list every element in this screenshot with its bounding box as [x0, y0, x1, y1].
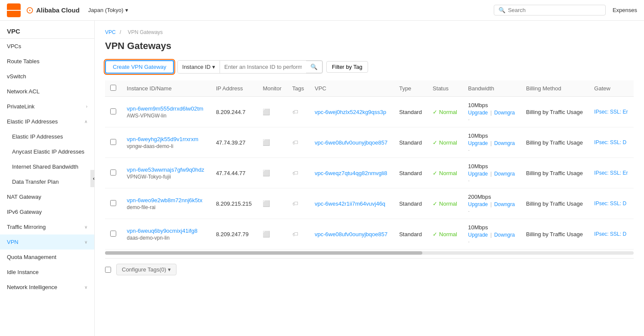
vpc-link[interactable]: vpc-6wej0hzlx5242kg9qss3p	[315, 109, 386, 115]
sidebar-item-network-acl[interactable]: Network ACL	[0, 84, 94, 99]
main-content: VPC / VPN Gateways VPN Gateways Create V…	[95, 21, 644, 336]
select-all-checkbox[interactable]	[110, 85, 116, 91]
downgrade-link[interactable]: Downgra	[494, 110, 515, 116]
tag-icon[interactable]: 🏷	[292, 231, 298, 237]
vpc-cell: vpc-6wes42r1ii7m64vuvj46q	[310, 188, 394, 219]
vpc-link[interactable]: vpc-6we08ufv0ounyjbqoe857	[315, 139, 387, 146]
row-checkbox-0[interactable]	[110, 108, 116, 114]
sidebar-collapse-button[interactable]: ‹	[90, 170, 95, 187]
ip-address-cell: 47.74.44.77	[211, 158, 258, 188]
tag-icon[interactable]: 🏷	[292, 200, 298, 207]
filter-type-selector[interactable]: Instance ID ▾	[178, 61, 220, 73]
global-search-box[interactable]: 🔍	[494, 5, 606, 15]
sidebar-item-traffic-mirroring[interactable]: Traffic Mirroring ∨	[0, 219, 94, 234]
vpc-link[interactable]: vpc-6we08ufv0ounyjbqoe857	[315, 231, 387, 237]
monitor-icon[interactable]: ⬜	[263, 108, 270, 115]
expenses-button[interactable]: Expenses	[613, 7, 637, 13]
ip-address-cell: 8.209.215.215	[211, 188, 258, 219]
downgrade-link[interactable]: Downgra	[494, 232, 515, 238]
downgrade-link[interactable]: Downgra	[494, 171, 515, 177]
vpc-link[interactable]: vpc-6wes42r1ii7m64vuvj46q	[315, 200, 385, 207]
monitor-icon[interactable]: ⬜	[263, 231, 270, 237]
sidebar-title: VPC	[0, 21, 94, 39]
instance-id-link[interactable]: vpn-6wem9m555drrxd6lw02tm	[127, 105, 204, 112]
sidebar-item-vpcs[interactable]: VPCs	[0, 39, 94, 54]
sidebar-item-quota-management[interactable]: Quota Management	[0, 250, 94, 265]
search-icon: 🔍	[310, 64, 318, 70]
row-checkbox-2[interactable]	[110, 170, 116, 176]
col-status: Status	[427, 80, 463, 97]
sidebar-item-label: Traffic Mirroring	[7, 224, 46, 230]
tag-icon[interactable]: 🏷	[292, 170, 298, 176]
logo: ⊙ Alibaba Cloud	[26, 5, 80, 16]
col-instance-id: Instance ID/Name	[122, 80, 211, 97]
upgrade-link[interactable]: Upgrade	[468, 110, 488, 116]
sidebar-item-label: IPv6 Gateway	[7, 209, 42, 215]
filter-input[interactable]	[220, 61, 306, 73]
breadcrumb-vpc-link[interactable]: VPC	[105, 29, 116, 35]
monitor-cell[interactable]: ⬜	[257, 97, 287, 127]
upgrade-link[interactable]: Upgrade	[468, 171, 488, 177]
sidebar-item-label: Idle Instance	[7, 269, 39, 275]
monitor-cell[interactable]: ⬜	[257, 158, 287, 188]
sidebar-item-anycast[interactable]: Anycast Elastic IP Addresses	[0, 144, 94, 159]
sidebar-item-ipv6-gateway[interactable]: IPv6 Gateway	[0, 204, 94, 219]
tags-cell[interactable]: 🏷	[287, 158, 310, 188]
monitor-cell[interactable]: ⬜	[257, 127, 287, 158]
monitor-cell[interactable]: ⬜	[257, 219, 287, 250]
scrollbar-thumb[interactable]	[105, 251, 422, 255]
tags-cell[interactable]: 🏷	[287, 188, 310, 219]
bottom-bar: Configure Tags(0) ▾	[105, 258, 634, 281]
billing-method-cell: Billing by Traffic Usage	[521, 158, 589, 188]
sidebar-item-vswitch[interactable]: vSwitch	[0, 69, 94, 84]
tag-icon[interactable]: 🏷	[292, 139, 298, 146]
upgrade-link[interactable]: Upgrade	[468, 232, 488, 238]
monitor-icon[interactable]: ⬜	[263, 139, 270, 146]
region-selector[interactable]: Japan (Tokyo) ▾	[88, 7, 128, 13]
breadcrumb: VPC / VPN Gateways	[105, 29, 634, 35]
sidebar-item-elastic-ip[interactable]: Elastic IP Addresses ∧	[0, 114, 94, 129]
sidebar-item-internet-bandwidth[interactable]: Internet Shared Bandwidth	[0, 159, 94, 174]
sidebar-item-network-intelligence[interactable]: Network Intelligence ∨	[0, 280, 94, 295]
vpc-link[interactable]: vpc-6weqz7qtu4qg82nmvgli8	[315, 170, 387, 176]
downgrade-link[interactable]: Downgra	[494, 201, 515, 207]
sidebar-item-nat-gateway[interactable]: NAT Gateway	[0, 189, 94, 204]
sidebar-item-data-transfer[interactable]: Data Transfer Plan	[0, 174, 94, 189]
row-checkbox-1[interactable]	[110, 139, 116, 145]
instance-id-link[interactable]: vpn-6weo9e2wb8m72nnj6k5tx	[127, 197, 203, 203]
row-checkbox-3[interactable]	[110, 200, 116, 206]
instance-id-link[interactable]: vpn-6we53wwmajs7gfw9q0hdz	[127, 166, 204, 173]
tags-cell[interactable]: 🏷	[287, 127, 310, 158]
bandwidth-cell: 10Mbps Upgrade | Downgra -	[463, 97, 521, 127]
create-vpn-gateway-button[interactable]: Create VPN Gateway	[105, 60, 174, 74]
sidebar-item-idle-instance[interactable]: Idle Instance	[0, 265, 94, 280]
page-title: VPN Gateways	[105, 40, 634, 52]
bottom-checkbox[interactable]	[105, 267, 111, 273]
row-checkbox-4[interactable]	[110, 231, 116, 237]
tag-icon[interactable]: 🏷	[292, 108, 298, 115]
menu-button[interactable]	[7, 3, 21, 17]
chevron-down-icon: ∨	[84, 285, 87, 290]
monitor-icon[interactable]: ⬜	[263, 170, 270, 176]
monitor-cell[interactable]: ⬜	[257, 188, 287, 219]
status-badge: ✓ Normal	[433, 170, 458, 176]
sidebar-item-privatelink[interactable]: PrivateLink ›	[0, 99, 94, 114]
tags-cell[interactable]: 🏷	[287, 219, 310, 250]
horizontal-scrollbar[interactable]	[105, 251, 634, 255]
tags-cell[interactable]: 🏷	[287, 97, 310, 127]
sidebar-item-label: NAT Gateway	[7, 194, 41, 200]
sidebar-item-route-tables[interactable]: Route Tables	[0, 54, 94, 69]
instance-id-link[interactable]: vpn-6weyhg2jk55d9v1rrxrxm	[127, 136, 198, 142]
filter-search-button[interactable]: 🔍	[306, 61, 322, 73]
monitor-icon[interactable]: ⬜	[263, 200, 270, 207]
instance-id-link[interactable]: vpn-6weuq6by9ocmixj41ifg8	[127, 228, 198, 234]
sidebar-item-elastic-ip-sub1[interactable]: Elastic IP Addresses	[0, 129, 94, 144]
upgrade-link[interactable]: Upgrade	[468, 140, 488, 146]
upgrade-link[interactable]: Upgrade	[468, 201, 488, 207]
search-input[interactable]	[508, 7, 601, 13]
bandwidth-cell: 10Mbps Upgrade | Downgra -	[463, 127, 521, 158]
filter-by-tag-button[interactable]: Filter by Tag	[326, 61, 368, 73]
sidebar-item-vpn[interactable]: VPN ∨	[0, 234, 94, 250]
downgrade-link[interactable]: Downgra	[494, 140, 515, 146]
configure-tags-button[interactable]: Configure Tags(0) ▾	[116, 264, 176, 275]
